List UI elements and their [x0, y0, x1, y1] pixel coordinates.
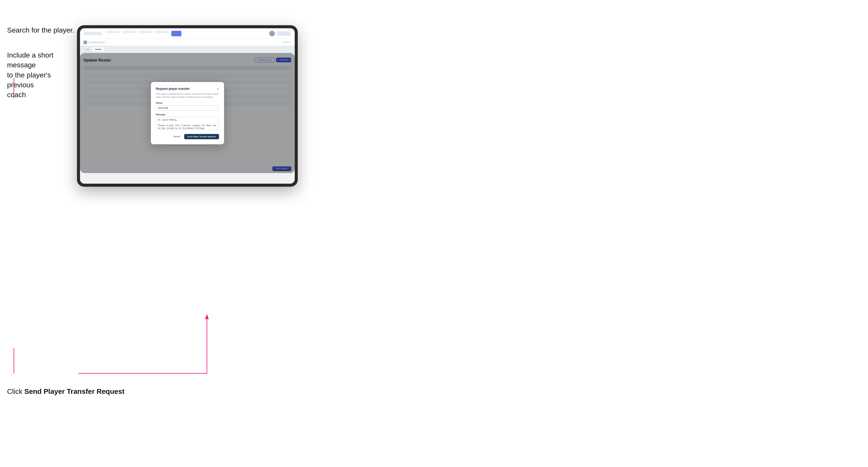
- send-annotation: Click Send Player Transfer Request: [7, 386, 124, 396]
- tablet-device: Scoreboard (21) Contact > List Roster Up…: [77, 25, 298, 187]
- modal-header: Request player transfer ×: [156, 87, 219, 91]
- sub-nav: List Roster: [80, 46, 295, 53]
- message-textarea[interactable]: Hi Coach McHarg, Please accept this tran…: [156, 117, 219, 130]
- nav-item-4[interactable]: [155, 31, 169, 33]
- app-logo: [84, 32, 102, 35]
- app-header: [80, 28, 295, 39]
- nav-item-1[interactable]: [106, 31, 120, 33]
- message-label: Message: [156, 113, 219, 116]
- tablet-screen: Scoreboard (21) Contact > List Roster Up…: [80, 28, 295, 184]
- modal-description: If the player is transferring from anoth…: [156, 93, 219, 99]
- sub-tab-list[interactable]: List: [84, 48, 92, 51]
- header-right: [269, 31, 291, 36]
- transfer-request-modal: Request player transfer × If the player …: [151, 82, 224, 144]
- sub-tab-roster[interactable]: Roster: [93, 48, 104, 51]
- breadcrumb-action[interactable]: Contact >: [283, 41, 291, 43]
- player-input[interactable]: [156, 105, 219, 111]
- search-annotation: Search for the player.: [7, 25, 78, 35]
- breadcrumb-text: Scoreboard (21): [89, 41, 105, 44]
- modal-footer: Cancel Send Player Transfer Request: [156, 134, 219, 139]
- modal-title: Request player transfer: [156, 87, 190, 91]
- send-transfer-request-button[interactable]: Send Player Transfer Request: [184, 134, 219, 139]
- breadcrumb-bar: Scoreboard (21) Contact >: [80, 39, 295, 46]
- nav-item-3[interactable]: [138, 31, 152, 33]
- breadcrumb-icon: [84, 41, 87, 44]
- main-content: Update Roster + Schedule Player + Add Pl…: [80, 53, 295, 173]
- modal-overlay: Request player transfer × If the player …: [80, 53, 295, 173]
- search-annotation-text: Search for the player.: [7, 26, 74, 34]
- message-annotation: Include a short messageto the player's p…: [7, 50, 78, 100]
- user-avatar: [269, 31, 275, 36]
- send-annotation-bold: Send Player Transfer Request: [24, 387, 124, 395]
- nav-items: [106, 31, 265, 36]
- cancel-button[interactable]: Cancel: [171, 134, 182, 139]
- player-label: Player: [156, 102, 219, 104]
- nav-item-2[interactable]: [122, 31, 136, 33]
- nav-item-active[interactable]: [171, 31, 181, 36]
- header-action-btn[interactable]: [277, 31, 291, 36]
- close-button[interactable]: ×: [217, 87, 219, 91]
- annotations: Search for the player. Include a short m…: [7, 25, 78, 115]
